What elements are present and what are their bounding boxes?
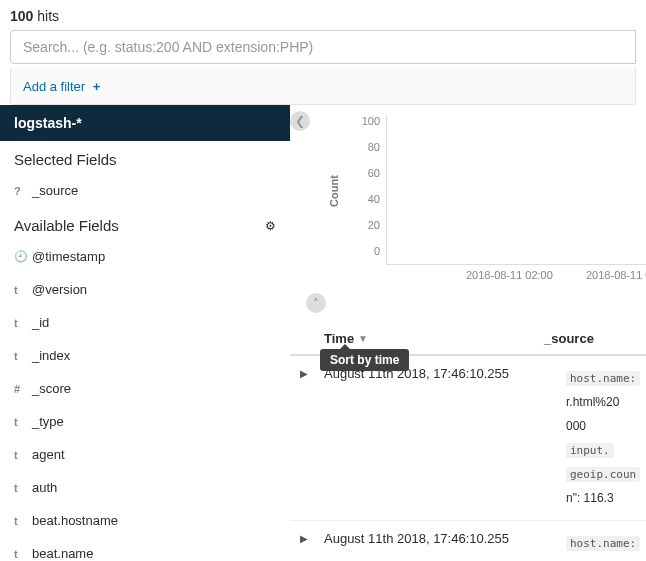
- y-tick: 80: [352, 141, 380, 153]
- y-tick: 0: [352, 245, 380, 257]
- x-tick: 2018-08-11 08:00: [586, 269, 646, 281]
- table-row: ▶August 11th 2018, 17:46:10.255host.name…: [290, 521, 646, 561]
- field-name: _type: [32, 414, 64, 429]
- source-cell: host.name:r.html%20000 input.geoip.counn…: [566, 366, 646, 510]
- search-placeholder: Search... (e.g. status:200 AND extension…: [23, 39, 313, 55]
- field-name: @version: [32, 282, 87, 297]
- field-type-icon: t: [14, 284, 32, 296]
- expand-row-button[interactable]: ▶: [300, 366, 324, 510]
- field-type-icon: t: [14, 350, 32, 362]
- field-type-icon: ?: [14, 185, 32, 197]
- column-header-time[interactable]: Time ▼: [324, 331, 544, 346]
- field-item[interactable]: #_score: [0, 372, 290, 405]
- field-type-icon: t: [14, 548, 32, 560]
- add-filter-label: Add a filter: [23, 79, 85, 94]
- hits-number: 100: [10, 8, 33, 24]
- field-item[interactable]: t_index: [0, 339, 290, 372]
- collapse-sidebar-button[interactable]: ❮: [290, 111, 310, 131]
- y-tick: 20: [352, 219, 380, 231]
- source-field-value: r.html%20: [566, 395, 619, 409]
- field-item[interactable]: t_type: [0, 405, 290, 438]
- gear-icon[interactable]: ⚙: [265, 219, 276, 233]
- field-name: _source: [32, 183, 78, 198]
- field-type-icon: t: [14, 317, 32, 329]
- hits-count: 100 hits: [10, 8, 636, 24]
- field-item[interactable]: t_id: [0, 306, 290, 339]
- sort-arrow-icon: ▼: [358, 333, 368, 344]
- field-name: beat.hostname: [32, 513, 118, 528]
- selected-fields-label: Selected Fields: [14, 151, 117, 168]
- available-fields-list: 🕘@timestampt@versiont_idt_index#_scoret_…: [0, 240, 290, 561]
- chart-plot-area: [386, 115, 646, 265]
- field-item[interactable]: t@version: [0, 273, 290, 306]
- field-item[interactable]: ?_source: [0, 174, 290, 207]
- field-type-icon: t: [14, 515, 32, 527]
- y-tick: 100: [352, 115, 380, 127]
- table-header: Time ▼ _source Sort by time: [290, 321, 646, 356]
- scroll-top-button[interactable]: ˄: [306, 293, 326, 313]
- sidebar: logstash-* Selected Fields ?_source Avai…: [0, 105, 290, 561]
- source-field-key: input.: [566, 443, 614, 458]
- field-name: _index: [32, 348, 70, 363]
- source-field-key: host.name:: [566, 536, 640, 551]
- field-name: _score: [32, 381, 71, 396]
- source-field-value: 000: [566, 419, 586, 433]
- y-tick: 40: [352, 193, 380, 205]
- search-input[interactable]: Search... (e.g. status:200 AND extension…: [10, 30, 636, 64]
- x-tick: 2018-08-11 02:00: [466, 269, 553, 281]
- field-type-icon: t: [14, 482, 32, 494]
- source-field-key: geoip.coun: [566, 467, 640, 482]
- sort-tooltip: Sort by time: [320, 349, 409, 371]
- field-item[interactable]: 🕘@timestamp: [0, 240, 290, 273]
- hits-label: hits: [37, 8, 59, 24]
- field-type-icon: t: [14, 416, 32, 428]
- filter-bar: Add a filter +: [10, 68, 636, 105]
- plus-icon: +: [93, 79, 101, 94]
- field-type-icon: 🕘: [14, 250, 32, 263]
- field-item[interactable]: tbeat.name: [0, 537, 290, 561]
- chart-x-axis: 2018-08-11 02:002018-08-11 08:00: [386, 269, 646, 285]
- expand-row-button[interactable]: ▶: [300, 531, 324, 555]
- time-cell: August 11th 2018, 17:46:10.255: [324, 531, 566, 555]
- field-name: beat.name: [32, 546, 93, 561]
- field-item[interactable]: tbeat.hostname: [0, 504, 290, 537]
- time-cell: August 11th 2018, 17:46:10.255: [324, 366, 566, 510]
- selected-fields-list: ?_source: [0, 174, 290, 207]
- available-fields-title: Available Fields ⚙: [0, 207, 290, 240]
- content-area: ❮ Count 100806040200 2018-08-11 02:00201…: [290, 105, 646, 561]
- source-field-value: n": 116.3: [566, 491, 614, 505]
- source-field-key: host.name:: [566, 371, 640, 386]
- field-name: auth: [32, 480, 57, 495]
- field-name: agent: [32, 447, 65, 462]
- selected-fields-title: Selected Fields: [0, 141, 290, 174]
- source-cell: host.name:: [566, 531, 646, 555]
- field-item[interactable]: tauth: [0, 471, 290, 504]
- y-tick: 60: [352, 167, 380, 179]
- index-pattern-selector[interactable]: logstash-*: [0, 105, 290, 141]
- histogram-chart[interactable]: Count 100806040200 2018-08-11 02:002018-…: [320, 115, 646, 285]
- field-type-icon: t: [14, 449, 32, 461]
- field-item[interactable]: tagent: [0, 438, 290, 471]
- table-row: ▶August 11th 2018, 17:46:10.255host.name…: [290, 356, 646, 521]
- field-name: @timestamp: [32, 249, 105, 264]
- available-fields-label: Available Fields: [14, 217, 119, 234]
- column-header-source[interactable]: _source: [544, 331, 646, 346]
- document-table-body: ▶August 11th 2018, 17:46:10.255host.name…: [290, 356, 646, 561]
- add-filter-button[interactable]: Add a filter +: [23, 79, 100, 94]
- chart-y-axis-label: Count: [328, 175, 340, 207]
- field-name: _id: [32, 315, 49, 330]
- field-type-icon: #: [14, 383, 32, 395]
